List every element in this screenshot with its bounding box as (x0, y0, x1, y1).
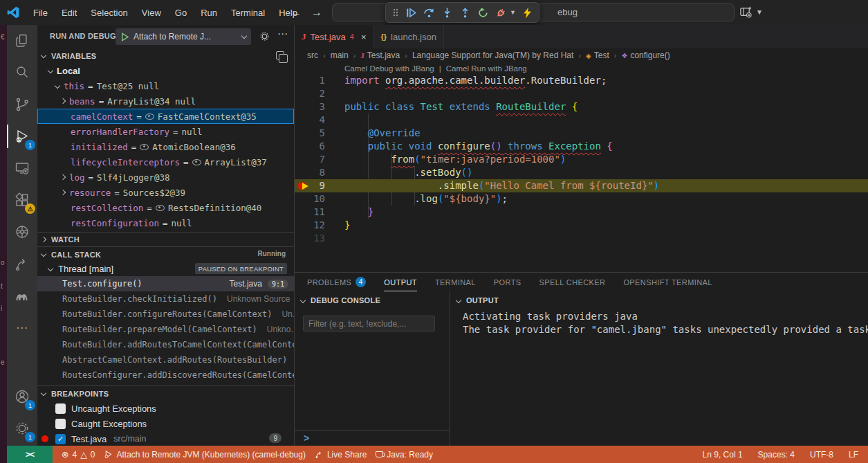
variable-chevron-icon[interactable] (60, 98, 66, 104)
variable-row-errorHandlerFactory[interactable]: errorHandlerFactory=null (37, 124, 294, 139)
hot-code-replace-button[interactable] (522, 7, 533, 19)
code-line-2[interactable]: 2 (295, 87, 868, 100)
codelens-camel-debug-link[interactable]: Camel Debug with JBang (344, 64, 434, 73)
stack-frame-row[interactable]: AbstractCamelContext.addRoutes(RoutesBui… (37, 352, 294, 367)
stack-frame-row[interactable]: Test.configure()Test.java9:1 (37, 276, 294, 291)
debug-settings-gear-icon[interactable] (259, 30, 270, 42)
breakpoint-checkbox[interactable]: ✓ (55, 434, 66, 444)
status-ln[interactable]: Ln 9, Col 1 (703, 450, 743, 460)
sidebar-item-source-control[interactable] (7, 89, 37, 120)
tab-test-java[interactable]: J Test.java 4 × (295, 25, 374, 48)
code-line-6[interactable]: 6 public void configure() throws Excepti… (295, 140, 868, 153)
breadcrumb-item[interactable]: ◈Test (586, 51, 609, 60)
tab-launch-json[interactable]: {} launch.json (374, 25, 444, 48)
variable-row-beans[interactable]: beans=ArrayList@34 null (37, 93, 294, 109)
panel-tab-terminal[interactable]: TERMINAL (435, 273, 476, 291)
panel-tab-problems[interactable]: PROBLEMS4 (307, 273, 366, 291)
java-status[interactable]: Java: Ready (376, 450, 433, 460)
debug-session-status[interactable]: Attach to Remote JVM (Kubernetes) (camel… (104, 450, 305, 460)
menu-edit[interactable]: Edit (55, 5, 84, 21)
breakpoint-row[interactable]: ✓Test.javasrc/main9 (37, 431, 294, 446)
variable-row-log[interactable]: log=Slf4jLogger@38 (37, 170, 294, 185)
drag-handle-icon[interactable] (392, 7, 399, 18)
step-into-button[interactable] (441, 7, 453, 19)
status-spaces[interactable]: Spaces: 4 (758, 450, 795, 460)
menu-run[interactable]: Run (194, 5, 224, 21)
code-line-1[interactable]: 1import org.apache.camel.builder.RouteBu… (295, 74, 868, 87)
sidebar-item-remote-explorer[interactable] (7, 152, 37, 184)
breadcrumb-item[interactable]: src (307, 51, 318, 60)
restart-button[interactable] (477, 7, 489, 19)
breakpoint-row[interactable]: Uncaught Exceptions (37, 401, 294, 416)
code-line-7[interactable]: 7 from("timer:java?period=1000") (295, 153, 868, 166)
breakpoints-section-header[interactable]: BREAKPOINTS (37, 385, 294, 401)
close-icon[interactable]: × (361, 32, 367, 42)
breadcrumb-item[interactable]: ❖configure() (621, 51, 670, 60)
launch-config-select[interactable]: Attach to Remote J... (116, 28, 251, 45)
variable-row-camelContext[interactable]: camelContext=FastCamelContext@35 (37, 109, 294, 124)
stack-frame-row[interactable]: RouteBuilder.addRoutesToCamelContext(Cam… (37, 337, 294, 352)
status-lf[interactable]: LF (849, 450, 858, 460)
variable-row-this[interactable]: this=Test@25 null (37, 78, 294, 93)
settings-button[interactable]: 1 (7, 412, 37, 444)
watch-section-header[interactable]: WATCH (37, 232, 294, 246)
breakpoint-checkbox[interactable] (55, 403, 66, 414)
variable-row-initialized[interactable]: initialized=AtomicBoolean@36 (37, 139, 294, 154)
code-line-13[interactable]: 13 (295, 232, 868, 245)
status-utf-8[interactable]: UTF-8 (810, 450, 833, 460)
variable-chevron-icon[interactable] (60, 190, 66, 195)
code-line-9[interactable]: 9 .simple("Hello Camel from ${routeId}") (295, 179, 868, 192)
code-line-3[interactable]: 3public class Test extends RouteBuilder … (295, 100, 868, 114)
variable-chevron-icon[interactable] (48, 68, 53, 73)
sidebar-item-kubernetes[interactable] (7, 216, 37, 248)
call-stack-section-header[interactable]: CALL STACK Running (37, 246, 294, 262)
lazy-eval-eye-icon[interactable] (192, 159, 201, 165)
debug-console-header[interactable]: DEBUG CONSOLE (295, 291, 450, 309)
accounts-button[interactable]: 1 (7, 381, 37, 412)
menu-view[interactable]: View (135, 5, 168, 21)
sidebar-item-explorer[interactable] (7, 25, 37, 57)
breadcrumb-item[interactable]: JTest.java (360, 51, 400, 60)
variable-chevron-icon[interactable] (55, 83, 60, 89)
continue-button[interactable] (405, 7, 417, 19)
variable-row-Local[interactable]: Local (37, 63, 294, 78)
sidebar-item-camel[interactable] (7, 280, 37, 311)
layout-control[interactable]: ▼ (739, 5, 763, 19)
step-out-button[interactable] (459, 7, 471, 19)
console-input-row[interactable]: > (295, 430, 450, 446)
menu-selection[interactable]: Selection (84, 5, 134, 21)
sidebar-item-live-share[interactable] (7, 248, 37, 280)
breakpoint-checkbox[interactable] (55, 419, 66, 429)
step-over-button[interactable] (423, 7, 435, 19)
disconnect-button[interactable] (495, 7, 507, 19)
menu-terminal[interactable]: Terminal (224, 5, 272, 21)
variable-row-lifecycleInterceptors[interactable]: lifecycleInterceptors=ArrayList@37 (37, 154, 294, 170)
lazy-eval-eye-icon[interactable] (140, 144, 149, 150)
disconnect-dropdown-chevron-icon[interactable]: ▼ (510, 9, 516, 16)
breadcrumb-item[interactable]: Language Support for Java(TM) by Red Hat (412, 51, 573, 60)
back-arrow-icon[interactable]: ← (290, 6, 302, 19)
problems-status[interactable]: ⊗ 4 △ 0 (62, 449, 95, 460)
variable-chevron-icon[interactable] (60, 174, 66, 180)
code-area[interactable]: 1import org.apache.camel.builder.RouteBu… (295, 74, 868, 245)
start-debug-icon[interactable] (120, 33, 129, 42)
panel-tab-spell-checker[interactable]: SPELL CHECKER (539, 273, 606, 291)
sidebar-item-more[interactable]: ⋯ (7, 311, 37, 343)
forward-arrow-icon[interactable]: → (311, 6, 322, 19)
panel-tab-openshift-terminal[interactable]: OPENSHIFT TERMINAL (623, 273, 712, 291)
menu-file[interactable]: File (26, 5, 55, 21)
variable-row-restCollection[interactable]: restCollection=RestsDefinition@40 (37, 200, 294, 215)
stack-frame-row[interactable]: RouteBuilder.configureRoutes(CamelContex… (37, 307, 294, 322)
sidebar-item-search[interactable] (7, 57, 37, 89)
code-line-10[interactable]: 10 .log("${body}"); (295, 192, 868, 206)
code-line-12[interactable]: 12} (295, 219, 868, 232)
console-filter-input[interactable] (303, 316, 435, 332)
panel-tab-output[interactable]: OUTPUT (384, 273, 417, 291)
sidebar-item-extensions[interactable]: ⚠ (7, 184, 37, 216)
code-line-11[interactable]: 11 } (295, 206, 868, 219)
panel-tab-ports[interactable]: PORTS (494, 273, 521, 291)
code-line-4[interactable]: 4 (295, 114, 868, 127)
codelens-camel-run-link[interactable]: Camel Run with JBang (446, 64, 527, 73)
thread-row[interactable]: Thread [main] PAUSED ON BREAKPOINT (37, 262, 294, 276)
code-line-8[interactable]: 8 .setBody() (295, 166, 868, 179)
